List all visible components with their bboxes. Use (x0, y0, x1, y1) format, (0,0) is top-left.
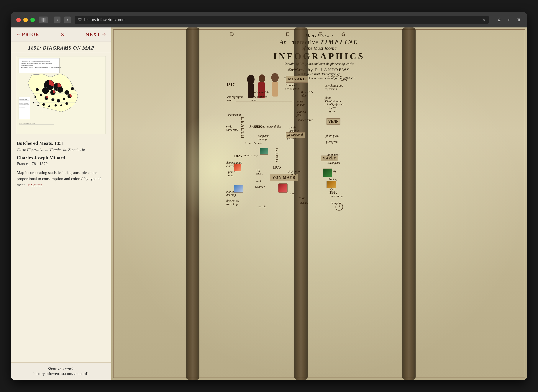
row-letters-ging: G I N G (274, 148, 279, 162)
reload-icon[interactable]: ↻ (482, 18, 485, 22)
source-link[interactable]: Source (27, 182, 42, 188)
svg-text:Viandes de Boucherie envoyées : Viandes de Boucherie envoyées sur pied p… (21, 63, 52, 64)
svg-point-18 (36, 88, 39, 91)
svg-point-16 (57, 87, 63, 93)
thumb-red-square (278, 183, 288, 193)
nav-bar: ⇐ PRIOR X NEXT ⇒ (11, 28, 111, 42)
timeline-timeline: TIMELINE (320, 39, 358, 45)
panel-title: 1851: DIAGRAMS ON MAP (11, 42, 111, 53)
new-tab-button[interactable]: + (505, 17, 512, 23)
work-title: Butchered Meats, 1851 (17, 140, 106, 146)
share-label: Share this work: (17, 366, 106, 371)
next-right-arrow: ⇒ (102, 32, 106, 37)
browser-window: ‹ › 🛡 history.infowetrust.com ↻ ⎙ + ⊞ ⇐ … (11, 12, 527, 380)
thumb-france-map (323, 168, 332, 177)
label-population-pyramid: populationpyramid (287, 134, 298, 140)
grid-button[interactable]: ⊞ (515, 17, 522, 23)
label-star: star (290, 192, 295, 195)
svg-point-25 (71, 87, 74, 90)
description: Map incorporating statistical diagrams: … (17, 169, 106, 188)
label-mondelo-table: Mondelo'stable (301, 91, 313, 97)
year-1817: 1817 (226, 82, 235, 87)
svg-point-19 (40, 94, 42, 96)
label-isothermal: isothermal (228, 113, 241, 117)
svg-point-17 (65, 90, 69, 95)
col-letter-d: D (230, 31, 234, 37)
label-diagrams-on-map: diagramson map (258, 134, 269, 141)
label-shaded-table: shaded table (298, 118, 313, 122)
svg-point-30 (65, 102, 68, 105)
svg-point-48 (271, 73, 279, 82)
svg-point-14 (42, 87, 49, 94)
url-bar[interactable]: 🛡 history.infowetrust.com ↻ (74, 16, 489, 24)
timeline-subtitle1: of the Most Iconic (273, 46, 365, 51)
map-image: CARTE FIGURATIVE et approximative des qu… (17, 56, 106, 134)
label-weather: weather (255, 185, 265, 189)
svg-text:dans les abattoirs.: dans les abattoirs. (19, 107, 25, 108)
timeline-infographics: INFOGRAPHICS (273, 51, 365, 61)
close-button[interactable] (16, 18, 21, 22)
label-trilinear-plot: trilinearplot (297, 110, 306, 117)
browser-toolbar: ‹ › 🛡 history.infowetrust.com ↻ ⎙ + ⊞ (11, 12, 527, 28)
share-button[interactable]: ⎙ (496, 17, 502, 23)
label-color: color (299, 196, 305, 200)
browser-content: ⇐ PRIOR X NEXT ⇒ 1851: DIAGRAMS ON MAP (11, 28, 527, 380)
label-rank: rank (256, 180, 261, 183)
svg-point-44 (247, 75, 255, 84)
thumb-2 (234, 185, 243, 193)
forward-button[interactable]: › (64, 17, 71, 23)
svg-point-29 (60, 104, 62, 106)
label-train-schedule: train schedule (245, 142, 262, 145)
svg-point-33 (37, 105, 39, 106)
label-chorographic-map: chorographicmap (227, 95, 243, 102)
maximize-button[interactable] (30, 18, 35, 22)
left-panel: ⇐ PRIOR X NEXT ⇒ 1851: DIAGRAMS ON MAP (11, 28, 111, 380)
prior-button[interactable]: ⇐ PRIOR (17, 32, 39, 37)
prior-left-arrow: ⇐ (17, 32, 20, 37)
map-of-text: Map of Firsts: (273, 33, 365, 39)
row-letters-health: H E A L T H (240, 117, 245, 138)
ribbon-3 (402, 28, 416, 380)
panel-footer: Share this work: history.infowetrust.com… (11, 363, 111, 380)
source-label: Source (31, 182, 42, 188)
label-world-isothermal: worldisothermal (225, 125, 238, 132)
label-smoothing: smoothing (330, 195, 343, 198)
map-image-container: CARTE FIGURATIVE et approximative des qu… (11, 53, 111, 138)
year-1875: 1875 (273, 165, 281, 170)
label-zoomer-stereogram: "zoomer"stereogram (285, 84, 299, 90)
year-1825: 1825 (234, 154, 242, 159)
label-morphology: morphology (288, 68, 302, 71)
label-cartogram: cartogram (327, 161, 340, 164)
svg-point-21 (51, 98, 54, 101)
label-city-rural: city +rural (329, 187, 336, 194)
svg-point-31 (34, 96, 36, 98)
label-stereogram: stereo-gram (329, 106, 338, 113)
svg-point-32 (33, 102, 34, 103)
label-lexi: Lexi (341, 78, 347, 81)
share-url: history.infowetrust.com/#minard1 (17, 371, 106, 376)
work-subtitle: Carte Figurative ... Viandes de Boucheri… (17, 147, 106, 152)
close-x-button[interactable]: X (61, 32, 64, 37)
browser-actions: ⎙ + ⊞ (496, 17, 522, 23)
label-graph-coined: "GRAPH"coined by Sylvester (325, 100, 345, 106)
svg-text:CARTE FIGURATIVE et approximat: CARTE FIGURATIVE et approximative des qu… (21, 61, 50, 62)
traffic-lights (16, 18, 35, 22)
minimize-button[interactable] (23, 18, 28, 22)
label-pictogram: pictogram (326, 140, 338, 144)
venn-label: VENN (326, 118, 340, 125)
label-org-chart: orgchart. (256, 168, 263, 175)
back-button[interactable]: ‹ (54, 17, 60, 23)
svg-text:présentent les têtes de bétail: présentent les têtes de bétail (19, 104, 29, 105)
svg-point-28 (55, 104, 57, 107)
sidebar-toggle-button[interactable] (39, 17, 48, 23)
svg-text:Dessiné par M. MINARD, Ingénie: Dessiné par M. MINARD, Ingénieur résidé … (21, 67, 61, 68)
label-correlation: correlation (328, 75, 342, 78)
thumb-3 (260, 148, 268, 155)
label-music-on-map: musicon map (297, 100, 305, 107)
next-button[interactable]: NEXT ⇒ (86, 32, 106, 37)
spotlight-effect (169, 113, 262, 224)
label-alignment: alignment (327, 153, 339, 157)
svg-point-22 (57, 99, 60, 103)
thumb-sankey (326, 181, 336, 188)
label-mosaic-2: mosaic (300, 201, 308, 204)
